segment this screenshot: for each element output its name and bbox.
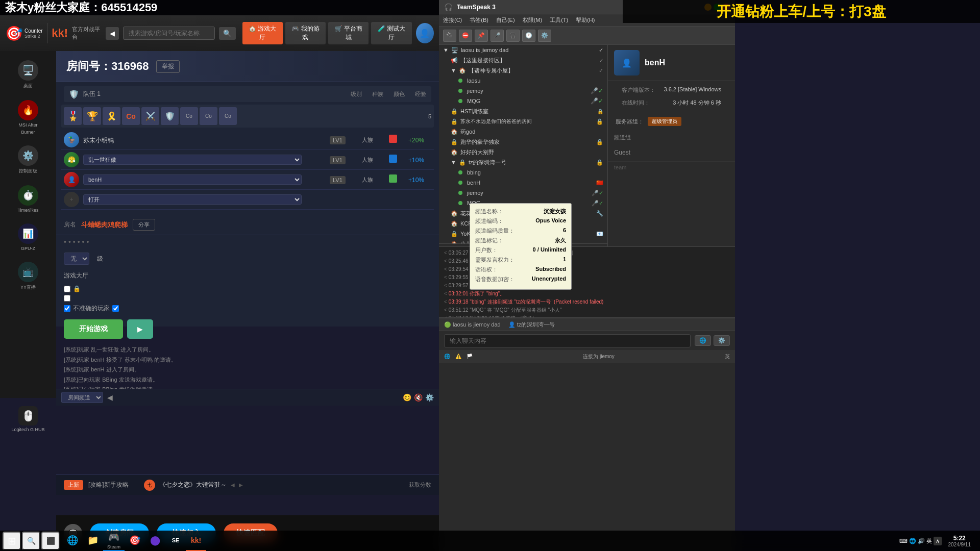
ts-connect-status: 连接为 jiemoy <box>583 353 615 360</box>
ts-tool-away[interactable]: 🕐 <box>522 30 535 42</box>
taskbar-explorer[interactable]: 📁 <box>83 531 103 551</box>
taskbar-steam[interactable]: 🎮 Steam <box>103 531 125 551</box>
checkbox-2[interactable] <box>64 295 70 302</box>
sidebar-icon-desktop[interactable]: 🖥️ 桌面 <box>5 56 51 93</box>
ts-user-bbing[interactable]: bbing <box>454 167 607 178</box>
ts-tool-connect[interactable]: 🔌 <box>443 30 456 42</box>
kk-taskbar-icon: kk! <box>190 534 202 546</box>
ts-server-root[interactable]: ▼ 🖥️ laosu is jiemoy dad ✓ <box>439 45 607 55</box>
ts-user-laosu[interactable]: laosu <box>454 76 607 86</box>
player-name-cell-2[interactable]: 乱一世狂傲 <box>83 155 326 165</box>
ts-channel-gods[interactable]: ▼ 🏠 【诸神专属小屋】 ✓ <box>447 65 607 76</box>
ts-menu-perms[interactable]: 权限(M) <box>523 16 543 24</box>
ts-user-mqg[interactable]: MQG 🎤✓ <box>454 96 607 106</box>
taskbar-edge[interactable]: 🌐 <box>62 531 83 551</box>
sidebar-icon-msi[interactable]: 🔥 MSI After Burner <box>5 96 51 139</box>
ts-tooltip-value-7: Subscribed <box>535 266 566 273</box>
ready-button[interactable]: ▶ <box>127 319 153 339</box>
player-name-select-3[interactable]: benH <box>83 174 302 185</box>
ts-ch-name-sumy: 苏永不永远是你们的爸爸的房间 <box>460 118 532 125</box>
ts-ch-lock-huahua: 🔧 <box>596 210 603 217</box>
nav-store-btn[interactable]: 🛒 平台商城 <box>328 22 369 44</box>
ts-tool-headphone[interactable]: 🎧 <box>506 30 520 42</box>
ts-user-name-benh: benH <box>467 180 480 186</box>
taskbar-cs[interactable]: 🎯 <box>125 531 145 551</box>
score-cell-1: +20% <box>408 135 431 144</box>
chat-input-field[interactable] <box>117 394 399 400</box>
chat-emoji-btn[interactable]: 😊 <box>403 393 411 402</box>
sidebar-icon-control[interactable]: ⚙️ 控制面板 <box>5 141 51 179</box>
sidebar-icon-yy[interactable]: 📺 YY直播 <box>5 258 51 295</box>
player-name-select-4[interactable]: 打开 <box>83 194 302 205</box>
nav-mygame-btn[interactable]: 🎮 我的游戏 <box>285 22 326 44</box>
taskbar-se[interactable]: SE <box>165 531 186 551</box>
search-button[interactable]: 🔍 <box>219 27 236 40</box>
tray-more[interactable]: ∧ <box>934 537 942 545</box>
taskview-btn[interactable]: ⬛ <box>41 532 60 550</box>
ts-tool-disconnect[interactable]: ⛔ <box>459 30 472 42</box>
user-avatar[interactable]: 👤 <box>416 23 434 43</box>
ts-chat-input[interactable] <box>444 334 691 347</box>
ts-channel-paohua[interactable]: 🔒 跑华的豪华独家 🔒 <box>447 137 607 147</box>
chat-mute-btn[interactable]: 🔇 <box>414 393 423 402</box>
ts-user-jiemoy[interactable]: jiemoy 🎤✓ <box>454 86 607 96</box>
ts-channel-hst[interactable]: 🔒 HST训练室 🔒 <box>447 106 607 116</box>
action-buttons: 开始游戏 ▶ <box>56 315 439 343</box>
ts-menu-self[interactable]: 自己(E) <box>496 16 515 24</box>
taskbar-obs[interactable]: ⬤ <box>145 531 165 551</box>
app-icon-logitech[interactable]: 🖱️ Logitech G HUB <box>4 403 53 435</box>
ts-menu-bookmarks[interactable]: 书签(B) <box>470 16 488 24</box>
ts-channel-drug[interactable]: 🏠 药god <box>447 127 607 137</box>
taskbar-apps: 🌐 📁 🎮 Steam 🎯 ⬤ SE kk! <box>62 531 206 551</box>
checkbox-3b[interactable] <box>112 305 119 312</box>
ts-user-name-bbing: bbing <box>467 169 481 176</box>
taskbar-kk[interactable]: kk! <box>186 531 206 551</box>
start-game-button[interactable]: 开始游戏 <box>64 319 123 339</box>
cs-taskbar-icon: 🎯 <box>129 534 141 546</box>
search-taskbar-btn[interactable]: 🔍 <box>22 532 40 550</box>
player-name-cell-4[interactable]: 打开 <box>83 194 326 205</box>
report-button[interactable]: 举报 <box>156 60 180 73</box>
search-input[interactable] <box>123 27 214 40</box>
chat-system-2: [系统]玩家 benH 接受了 苏末小明鸭 的邀请。 <box>64 357 177 363</box>
player-name-cell-3[interactable]: benH <box>83 174 326 185</box>
ts-menu-help[interactable]: 帮助(H) <box>576 16 595 24</box>
ts-menu-connect[interactable]: 连接(C) <box>443 16 462 24</box>
ts-channel-villa[interactable]: 🏠 好好的大别野 <box>447 147 607 157</box>
sidebar-label-gpuz: GPU-Z <box>21 246 35 251</box>
sidebar-icon-gpuz[interactable]: 📊 GPU-Z <box>5 219 51 255</box>
ts-online-dot-benh <box>458 181 462 185</box>
char-icon-6: 🛡️ <box>161 107 179 125</box>
ts-channel-welcome[interactable]: 📢 【这里是接待区】 ✓ <box>447 55 607 65</box>
nav-testroom-btn[interactable]: 🧪 测试大厅 <box>371 22 411 44</box>
nav-gamehall-btn[interactable]: 🏠 游戏大厅 <box>242 22 283 44</box>
ts-send-btn[interactable]: 🌐 <box>695 335 711 346</box>
ts-user-benh[interactable]: benH 🇨🇳 <box>454 178 607 188</box>
chat-channel-select[interactable]: 房间频道 <box>61 392 103 403</box>
start-button[interactable]: ⊞ <box>3 532 21 550</box>
level-select[interactable]: 无 <box>64 253 89 265</box>
checkbox-1[interactable] <box>64 286 70 292</box>
ts-user-jiemoy2[interactable]: jiemoy 🎤✓ <box>454 188 607 198</box>
ts-channel-tz[interactable]: ▼ 🔒 tz的深圳湾一号 🔒 <box>447 157 607 167</box>
checkbox-3[interactable] <box>64 305 70 312</box>
sidebar-icon-timer[interactable]: ⏱️ Timer/Res <box>5 181 51 217</box>
ts-freq-label: team <box>614 164 626 170</box>
player-name-select-2[interactable]: 乱一世狂傲 <box>83 155 302 165</box>
ts-chat-settings-btn[interactable]: ⚙️ <box>714 335 730 346</box>
ts-channel-sumy[interactable]: 🔒 苏永不永远是你们的爸爸的房间 🔒 <box>447 116 607 127</box>
share-button[interactable]: 分享 <box>133 219 155 231</box>
chat-settings-btn[interactable]: ⚙️ <box>425 393 434 402</box>
ts-mqg-icons: 🎤✓ <box>591 97 603 105</box>
ts-tool-settings[interactable]: ⚙️ <box>538 30 551 42</box>
app-label-logitech: Logitech G HUB <box>11 427 44 432</box>
ts-server-group-label: 服务器组： <box>616 118 644 126</box>
ts-status-user2: 👤 tz的深圳湾一号 <box>508 321 555 329</box>
nav-back-button[interactable]: ◀ <box>106 27 119 40</box>
ts-tool-microphone[interactable]: 🎤 <box>491 30 504 42</box>
kk-logo: kk! <box>52 27 68 40</box>
ts-tool-bookmark[interactable]: 📌 <box>475 30 488 42</box>
ts-menu-tools[interactable]: 工具(T) <box>550 16 568 24</box>
ts-time-4: < <box>444 274 447 280</box>
ts-bottom-status: 🌐 ⚠️ 🏳️ 连接为 jiemoy 英 <box>439 350 735 363</box>
